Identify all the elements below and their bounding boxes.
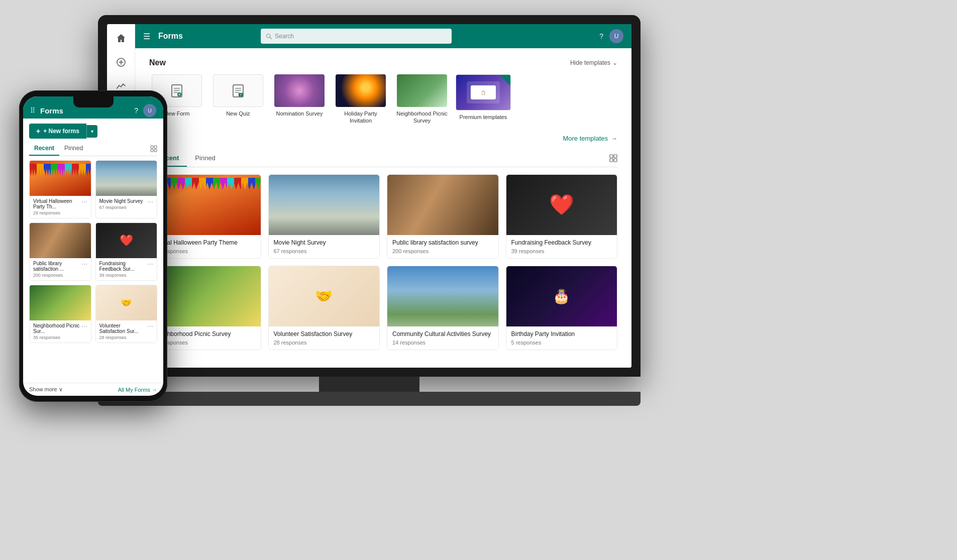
main-content: New Hide templates ⌄ [135, 48, 631, 368]
search-bar[interactable]: Search [261, 29, 452, 44]
phone-volunteer-more[interactable]: ⋯ [147, 323, 153, 330]
phone-tab-recent[interactable]: Recent [29, 143, 59, 156]
search-icon [266, 33, 272, 39]
app-title: Forms [158, 32, 183, 41]
phone-screen: ⠿ Forms ? U + + New forms ▾ [23, 96, 163, 396]
recent-card-movie[interactable]: Movie Night Survey 67 responses [268, 174, 380, 259]
volunteer-card-image: 🤝 [269, 266, 380, 326]
svg-text:?: ? [240, 93, 242, 96]
phone-tabs-row: Recent Pinned [29, 143, 157, 156]
hide-templates-button[interactable]: Hide templates ⌄ [570, 59, 617, 66]
neighborhood-tpl-card[interactable]: Neighborhood Picnic Survey [394, 74, 450, 125]
phone-tab-pinned[interactable]: Pinned [59, 143, 88, 156]
phone-picnic-img [30, 285, 91, 320]
birthday-card-body: Birthday Party Invitation 5 responses [506, 326, 617, 350]
header-right: ? U [599, 29, 623, 43]
holiday-invitation-card[interactable]: Holiday Party Invitation [333, 74, 388, 125]
chevron-icon: ⌄ [612, 59, 617, 66]
volunteer-card-body: Volunteer Satisfaction Survey 28 respons… [269, 326, 380, 350]
fundraising-card-meta: 39 responses [511, 248, 612, 254]
phone-library-body: Public library satisfaction ... 200 resp… [30, 258, 91, 280]
birthday-card-meta: 5 responses [511, 340, 612, 346]
phone-picnic-more[interactable]: ⋯ [81, 323, 87, 330]
phone-halloween-body: Virtual Halloween Party Th... 29 respons… [30, 196, 91, 218]
phone-grid-toggle[interactable] [150, 145, 157, 154]
phone-library-info: Public library satisfaction ... 200 resp… [33, 261, 81, 278]
more-templates-row: More templates → [149, 135, 617, 142]
user-avatar[interactable]: U [609, 29, 623, 43]
grid-view-icon[interactable] [609, 154, 617, 164]
recent-card-cultural[interactable]: Community Cultural Activities Survey 14 … [387, 266, 499, 350]
phone-fundraising-more[interactable]: ⋯ [147, 261, 153, 268]
phone-card-volunteer[interactable]: 🤝 Volunteer Satisfaction Sur... 28 respo… [95, 285, 158, 343]
dropdown-chevron-icon: ▾ [91, 129, 93, 134]
laptop-base [98, 392, 641, 406]
nomination-survey-card[interactable]: Nomination Survey [272, 74, 327, 117]
phone-card-halloween[interactable]: Virtual Halloween Party Th... 29 respons… [29, 160, 91, 218]
phone-new-forms-dropdown[interactable]: ▾ [86, 125, 97, 138]
premium-templates-label: Premium templates [460, 114, 507, 121]
cultural-card-title: Community Cultural Activities Survey [392, 330, 493, 338]
phone-card-fundraising[interactable]: ❤️ Fundraising Feedback Sur... 39 respon… [95, 222, 158, 281]
phone-all-forms-link[interactable]: All My Forms → [118, 387, 157, 393]
fundraising-card-image: ❤️ [506, 175, 617, 235]
cultural-card-body: Community Cultural Activities Survey 14 … [387, 326, 498, 350]
phone-movie-more[interactable]: ⋯ [147, 198, 153, 205]
fundraising-card-body: Fundraising Feedback Survey 39 responses [506, 235, 617, 258]
phone-halloween-more[interactable]: ⋯ [81, 198, 87, 205]
recent-card-birthday[interactable]: 🎂 Birthday Party Invitation 5 responses [506, 266, 618, 350]
templates-row: New Form ? [149, 74, 617, 125]
volunteer-card-title: Volunteer Satisfaction Survey [274, 330, 375, 338]
fundraising-card-title: Fundraising Feedback Survey [511, 239, 612, 246]
new-quiz-card[interactable]: ? New Quiz [210, 74, 266, 117]
phone-halloween-info: Virtual Halloween Party Th... 29 respons… [33, 198, 81, 215]
picnic-card-title: Neighborhood Picnic Survey [155, 330, 256, 338]
svg-rect-23 [154, 149, 157, 152]
help-icon[interactable]: ? [599, 32, 603, 40]
library-card-image [387, 175, 498, 235]
hamburger-icon[interactable]: ☰ [143, 32, 150, 41]
halloween-card-title: Virtual Halloween Party Theme [155, 239, 256, 246]
phone-help-icon[interactable]: ? [134, 106, 138, 115]
more-templates-link[interactable]: More templates → [563, 135, 617, 142]
svg-rect-18 [610, 159, 613, 162]
phone-fundraising-body: Fundraising Feedback Sur... 39 responses… [96, 258, 157, 280]
recent-tabs-row: Recent Pinned [149, 151, 617, 167]
phone-library-more[interactable]: ⋯ [81, 261, 87, 268]
library-card-meta: 200 responses [392, 248, 493, 254]
phone-grid-icon[interactable]: ⠿ [30, 106, 35, 115]
laptop-body: ☰ Forms Search ? U [98, 15, 641, 377]
phone-cards-grid: Virtual Halloween Party Th... 29 respons… [29, 160, 157, 343]
phone-card-movie[interactable]: Movie Night Survey 67 responses ⋯ [95, 160, 158, 218]
recent-card-fundraising[interactable]: ❤️ Fundraising Feedback Survey 39 respon… [506, 174, 618, 259]
laptop-screen: ☰ Forms Search ? U [107, 24, 631, 368]
picnic-card-meta: 35 responses [155, 340, 256, 346]
phone-volunteer-info: Volunteer Satisfaction Sur... 28 respons… [99, 323, 148, 340]
birthday-card-title: Birthday Party Invitation [511, 330, 612, 338]
tab-pinned[interactable]: Pinned [187, 151, 223, 167]
phone-card-picnic[interactable]: Neighborhood Picnic Sur... 35 responses … [29, 285, 91, 343]
sidebar-add-icon[interactable] [111, 52, 131, 72]
new-quiz-icon: ? [213, 74, 263, 107]
recent-card-library[interactable]: Public library satisfaction survey 200 r… [387, 174, 499, 259]
search-placeholder: Search [275, 33, 294, 40]
sidebar-home-icon[interactable] [111, 28, 131, 48]
phone-user-avatar[interactable]: U [143, 104, 156, 117]
phone-new-forms-row: + + New forms ▾ [29, 124, 157, 139]
svg-line-2 [270, 37, 271, 39]
laptop-stand [319, 377, 419, 392]
phone-card-library[interactable]: Public library satisfaction ... 200 resp… [29, 222, 91, 281]
nomination-survey-label: Nomination Survey [276, 110, 323, 117]
birthday-card-image: 🎂 [506, 266, 617, 326]
svg-rect-19 [614, 159, 617, 162]
premium-templates-card[interactable]: 📋 Premium templates [456, 74, 511, 121]
recent-card-volunteer[interactable]: 🤝 Volunteer Satisfaction Survey 28 respo… [268, 266, 380, 350]
volunteer-card-meta: 28 responses [274, 340, 375, 346]
svg-rect-17 [614, 155, 617, 158]
laptop-main: ☰ Forms Search ? U [135, 24, 631, 368]
phone-volunteer-img: 🤝 [96, 285, 157, 320]
phone-show-more[interactable]: Show more ∨ [29, 386, 63, 393]
phone-device: ⠿ Forms ? U + + New forms ▾ [19, 90, 167, 402]
phone-new-forms-button[interactable]: + + New forms [29, 124, 86, 139]
library-card-title: Public library satisfaction survey [392, 239, 493, 246]
